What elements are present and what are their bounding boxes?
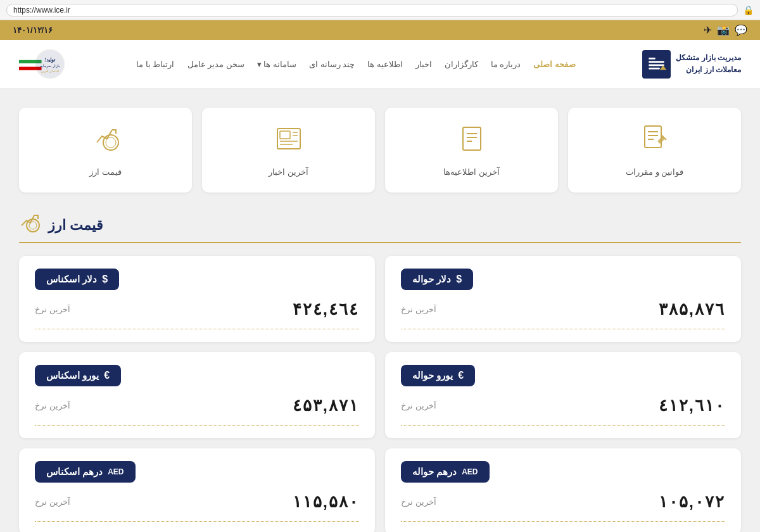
aed-askaas-info: ۱۱۵,۵۸۰ آخرین نرخ xyxy=(35,492,359,512)
site-title: مدیریت بازار متشکل معاملات ارز ایران xyxy=(676,52,741,76)
news-icon xyxy=(274,124,304,160)
aed-askaas-divider xyxy=(35,521,359,522)
lock-icon: 🔒 xyxy=(743,5,754,15)
browser-bar: 🔒 https://www.ice.ir xyxy=(0,0,760,20)
nav-item-media[interactable]: چند رسانه ای xyxy=(309,60,355,69)
price-icon xyxy=(91,124,121,160)
svg-text:اشتغال آفرین: اشتغال آفرین xyxy=(41,69,58,73)
dollar-askaas-rate-label: آخرین نرخ xyxy=(35,305,70,314)
notices-label: آخرین اطلاعیه‌ها xyxy=(443,167,500,177)
euro-askaas-divider xyxy=(35,425,359,426)
aed-havale-badge: AED درهم حواله xyxy=(401,461,490,483)
aed-askaas-label: درهم اسکناس xyxy=(46,466,103,478)
aed-askaas-symbol: AED xyxy=(108,467,124,476)
currency-row-2: € یورو حواله ٤۱۲,٦۱۰ آخرین نرخ € یورو اس… xyxy=(19,352,741,438)
dollar-askaas-info: ۴۲٤,٤٦٤ آخرین نرخ xyxy=(35,300,359,319)
aed-askaas-badge: AED درهم اسکناس xyxy=(35,461,136,483)
currency-card-euro-askaas: € یورو اسکناس ٤۵۳,۸۷۱ آخرین نرخ xyxy=(19,352,375,438)
svg-rect-13 xyxy=(645,126,661,148)
quick-card-laws[interactable]: قوانین و مقررات xyxy=(568,108,741,193)
nav-item-contact[interactable]: ارتباط با ما xyxy=(136,60,174,69)
instagram-icon[interactable]: 📸 xyxy=(717,24,730,36)
euro-symbol: € xyxy=(458,370,464,381)
dollar-askaas-divider xyxy=(35,329,359,329)
quick-access-section: قوانین و مقررات آخرین اطلاعیه‌ها xyxy=(0,89,760,205)
euro-havale-value: ٤۱۲,٦۱۰ xyxy=(659,396,725,415)
nav-item-notices[interactable]: اطلاعیه ها xyxy=(367,60,403,69)
dollar-askaas-label: دلار اسکناس xyxy=(46,274,97,285)
dollar-havale-divider xyxy=(401,329,725,329)
currency-card-aed-havale: AED درهم حواله ۱۰۵,۰۷۲ آخرین نرخ xyxy=(385,448,741,532)
svg-rect-1 xyxy=(649,58,656,60)
dollar-symbol: $ xyxy=(456,274,462,285)
nav-item-brokers[interactable]: کارگزاران xyxy=(445,60,478,69)
euro-havale-divider xyxy=(401,425,725,426)
price-label: قیمت ارز xyxy=(89,167,122,177)
dollar-havale-badge: $ دلار حواله xyxy=(401,269,473,290)
telegram-icon[interactable]: ✈ xyxy=(704,24,712,36)
section-title: قیمت ارز xyxy=(48,217,103,234)
quick-card-price[interactable]: قیمت ارز xyxy=(19,108,192,193)
aed-havale-label: درهم حواله xyxy=(412,466,457,478)
date-display: ۱۴۰۱/۱۲/۱۶ xyxy=(13,25,53,35)
nav-item-ceo[interactable]: سخن مدیر عامل xyxy=(187,60,244,69)
currency-card-aed-askaas: AED درهم اسکناس ۱۱۵,۵۸۰ آخرین نرخ xyxy=(19,448,375,532)
messenger-icon[interactable]: 💬 xyxy=(735,24,747,36)
euro-askaas-info: ٤۵۳,۸۷۱ آخرین نرخ xyxy=(35,396,359,415)
aed-askaas-rate-label: آخرین نرخ xyxy=(35,497,70,507)
euro-askaas-label: یورو اسکناس xyxy=(46,370,99,381)
logo-emblem: تولید؛ بازار سرمایه اشتغال آفرین xyxy=(19,45,70,83)
section-icon xyxy=(19,212,42,239)
nav-item-systems[interactable]: سامانه ها ▾ xyxy=(257,60,296,69)
dollar-havale-rate-label: آخرین نرخ xyxy=(401,305,436,314)
site-logo: مدیریت بازار متشکل معاملات ارز ایران xyxy=(642,50,741,79)
svg-rect-4 xyxy=(649,67,661,69)
currency-row-3: AED درهم حواله ۱۰۵,۰۷۲ آخرین نرخ AED دره… xyxy=(19,448,741,532)
currency-row-1: $ دلار حواله ۳۸۵,۸۷٦ آخرین نرخ $ دلار اس… xyxy=(19,256,741,342)
nav-item-about[interactable]: درباره ما xyxy=(491,60,521,69)
header: مدیریت بازار متشکل معاملات ارز ایران صفح… xyxy=(0,40,760,89)
aed-havale-value: ۱۰۵,۰۷۲ xyxy=(659,492,725,512)
quick-card-notices[interactable]: آخرین اطلاعیه‌ها xyxy=(385,108,558,193)
section-divider xyxy=(19,242,741,243)
svg-rect-3 xyxy=(649,64,665,66)
svg-rect-2 xyxy=(649,61,665,63)
section-header: قیمت ارز xyxy=(0,205,760,242)
euro-askaas-value: ٤۵۳,۸۷۱ xyxy=(293,396,359,415)
svg-text:بازار سرمایه: بازار سرمایه xyxy=(40,63,60,68)
currency-grid: $ دلار حواله ۳۸۵,۸۷٦ آخرین نرخ $ دلار اس… xyxy=(0,256,760,532)
dollar-havale-value: ۳۸۵,۸۷٦ xyxy=(659,300,725,319)
dollar-askaas-symbol: $ xyxy=(102,274,108,285)
news-label: آخرین اخبار xyxy=(269,167,308,177)
svg-rect-18 xyxy=(463,127,481,150)
nav-menu: صفحه اصلی درباره ما کارگزاران اخبار اطلا… xyxy=(136,60,576,69)
address-bar[interactable]: https://www.ice.ir xyxy=(6,4,738,16)
quick-card-news[interactable]: آخرین اخبار xyxy=(202,108,375,193)
dollar-askaas-badge: $ دلار اسکناس xyxy=(35,269,119,290)
aed-havale-divider xyxy=(401,521,725,522)
euro-askaas-badge: € یورو اسکناس xyxy=(35,365,121,386)
aed-havale-info: ۱۰۵,۰۷۲ آخرین نرخ xyxy=(401,492,725,512)
euro-havale-badge: € یورو حواله xyxy=(401,365,475,386)
social-icons[interactable]: 💬 📸 ✈ xyxy=(704,24,747,36)
aed-havale-rate-label: آخرین نرخ xyxy=(401,497,436,507)
nav-item-home[interactable]: صفحه اصلی xyxy=(533,60,576,69)
quick-cards-container: قوانین و مقررات آخرین اطلاعیه‌ها xyxy=(19,108,741,193)
aed-askaas-value: ۱۱۵,۵۸۰ xyxy=(293,492,359,512)
euro-askaas-rate-label: آخرین نرخ xyxy=(35,401,70,410)
euro-askaas-symbol: € xyxy=(104,370,110,381)
laws-icon xyxy=(640,124,670,160)
euro-havale-info: ٤۱۲,٦۱۰ آخرین نرخ xyxy=(401,396,725,415)
nav-item-news[interactable]: اخبار xyxy=(415,60,432,69)
top-bar: 💬 📸 ✈ ۱۴۰۱/۱۲/۱۶ xyxy=(0,20,760,40)
site-logo-icon xyxy=(642,50,671,79)
currency-card-euro-havale: € یورو حواله ٤۱۲,٦۱۰ آخرین نرخ xyxy=(385,352,741,438)
euro-havale-label: یورو حواله xyxy=(412,370,453,381)
currency-card-dollar-havale: $ دلار حواله ۳۸۵,۸۷٦ آخرین نرخ xyxy=(385,256,741,342)
euro-havale-rate-label: آخرین نرخ xyxy=(401,401,436,410)
dollar-havale-label: دلار حواله xyxy=(412,274,451,285)
laws-label: قوانین و مقررات xyxy=(626,167,683,177)
dollar-askaas-value: ۴۲٤,٤٦٤ xyxy=(293,300,359,319)
svg-rect-23 xyxy=(280,131,290,139)
currency-card-dollar-askaas: $ دلار اسکناس ۴۲٤,٤٦٤ آخرین نرخ xyxy=(19,256,375,342)
